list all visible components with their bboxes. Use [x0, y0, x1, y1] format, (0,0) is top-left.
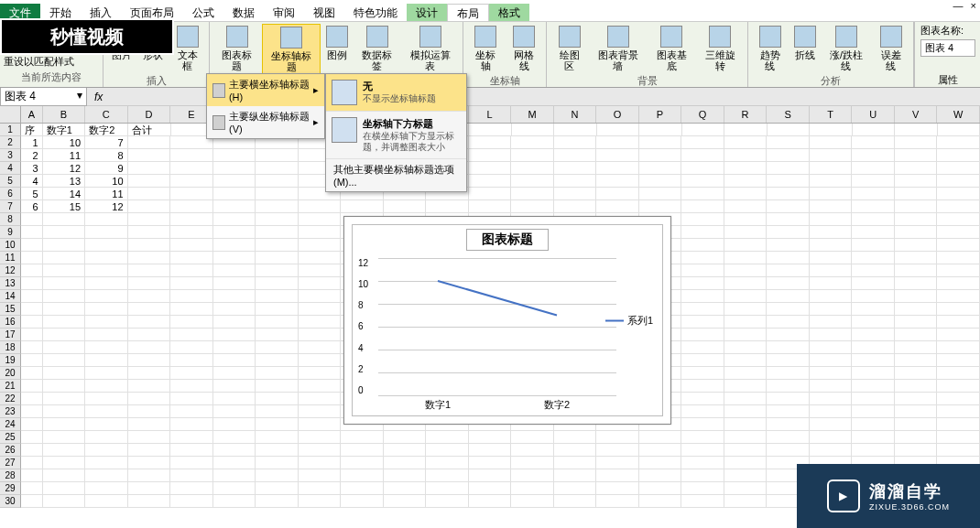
cell[interactable]	[256, 149, 299, 162]
menu-tab[interactable]: 审阅	[264, 4, 304, 21]
cell[interactable]	[43, 290, 86, 303]
cell[interactable]	[341, 431, 384, 444]
cell[interactable]	[170, 418, 213, 431]
cell[interactable]	[554, 175, 597, 188]
menu-tab[interactable]: 设计	[407, 4, 447, 21]
cell[interactable]: 4	[21, 175, 42, 188]
column-header[interactable]: M	[511, 106, 554, 123]
cell[interactable]	[85, 316, 128, 329]
cell[interactable]	[852, 200, 895, 213]
cell[interactable]	[681, 252, 724, 264]
cell[interactable]	[852, 213, 895, 226]
cell[interactable]	[810, 213, 853, 226]
cell[interactable]	[810, 290, 853, 303]
cell[interactable]	[767, 444, 810, 457]
row-header[interactable]: 3	[0, 149, 21, 162]
cell[interactable]	[469, 495, 512, 508]
cell[interactable]	[85, 354, 128, 367]
column-header[interactable]: A	[21, 106, 42, 123]
cell[interactable]	[681, 380, 724, 393]
cell[interactable]	[681, 226, 724, 239]
cell[interactable]	[213, 264, 256, 277]
cell[interactable]	[767, 380, 810, 393]
cell[interactable]	[895, 136, 938, 149]
cell[interactable]	[213, 329, 256, 341]
cell[interactable]	[85, 418, 128, 431]
cell[interactable]	[596, 431, 639, 444]
cell[interactable]	[596, 457, 639, 469]
cell[interactable]	[895, 226, 938, 239]
cell[interactable]	[724, 188, 768, 200]
cell[interactable]	[724, 405, 768, 418]
cell[interactable]	[256, 457, 299, 469]
cell[interactable]	[256, 277, 299, 290]
cell[interactable]	[639, 482, 682, 495]
cell[interactable]	[299, 303, 342, 316]
cell[interactable]	[85, 213, 128, 226]
cell[interactable]	[937, 175, 980, 188]
cell[interactable]	[596, 149, 639, 162]
cell[interactable]	[469, 149, 512, 162]
cell[interactable]	[767, 239, 810, 252]
row-header[interactable]: 18	[0, 341, 21, 354]
cell[interactable]	[681, 277, 724, 290]
cell[interactable]	[128, 175, 171, 188]
cell[interactable]	[852, 418, 895, 431]
cell[interactable]	[724, 495, 768, 508]
cell[interactable]	[85, 226, 128, 239]
cell[interactable]	[170, 213, 213, 226]
cell[interactable]	[810, 380, 853, 393]
cell[interactable]	[596, 162, 639, 175]
cell[interactable]	[937, 303, 980, 316]
cell[interactable]	[852, 316, 895, 329]
cell[interactable]	[128, 277, 171, 290]
cell[interactable]	[810, 405, 853, 418]
cell[interactable]	[681, 393, 724, 405]
row-header[interactable]: 10	[0, 239, 21, 252]
cell[interactable]	[256, 264, 299, 277]
cell[interactable]	[895, 431, 938, 444]
cell[interactable]	[895, 264, 938, 277]
cell[interactable]	[85, 303, 128, 316]
cell[interactable]	[469, 444, 512, 457]
cell[interactable]	[852, 303, 895, 316]
cell[interactable]	[810, 149, 853, 162]
row-header[interactable]: 21	[0, 380, 21, 393]
cell[interactable]: 数字2	[85, 124, 128, 136]
cell[interactable]: 6	[21, 200, 42, 213]
cell[interactable]	[937, 200, 980, 213]
cell[interactable]	[85, 341, 128, 354]
cell[interactable]: 11	[43, 149, 86, 162]
cell[interactable]	[639, 136, 682, 149]
menu-tab[interactable]: 视图	[304, 4, 344, 21]
cell[interactable]	[299, 457, 342, 469]
cell[interactable]	[213, 162, 256, 175]
cell[interactable]	[256, 393, 299, 405]
column-header[interactable]: B	[43, 106, 86, 123]
cell[interactable]	[937, 444, 980, 457]
cell[interactable]	[767, 252, 810, 264]
cell[interactable]	[724, 469, 768, 482]
menu-tab-layout[interactable]: 布局	[447, 4, 489, 21]
cell[interactable]	[43, 495, 86, 508]
cell[interactable]	[299, 393, 342, 405]
cell[interactable]	[852, 405, 895, 418]
cell[interactable]	[895, 175, 938, 188]
cell[interactable]	[767, 188, 810, 200]
cell[interactable]	[895, 239, 938, 252]
cell[interactable]	[511, 162, 554, 175]
row-header[interactable]: 6	[0, 188, 21, 200]
cell[interactable]	[767, 329, 810, 341]
cell[interactable]	[170, 405, 213, 418]
row-header[interactable]: 24	[0, 418, 21, 431]
cell[interactable]	[469, 124, 512, 136]
cell[interactable]	[596, 200, 639, 213]
option-below-axis[interactable]: 坐标轴下方标题 在横坐标轴下方显示标题，并调整图表大小	[326, 112, 466, 159]
cell[interactable]	[937, 149, 980, 162]
cell[interactable]	[384, 495, 427, 508]
cell[interactable]	[895, 316, 938, 329]
cell[interactable]	[852, 290, 895, 303]
cell[interactable]	[724, 354, 768, 367]
cell[interactable]	[852, 188, 895, 200]
chart-legend[interactable]: 系列1	[605, 314, 653, 328]
